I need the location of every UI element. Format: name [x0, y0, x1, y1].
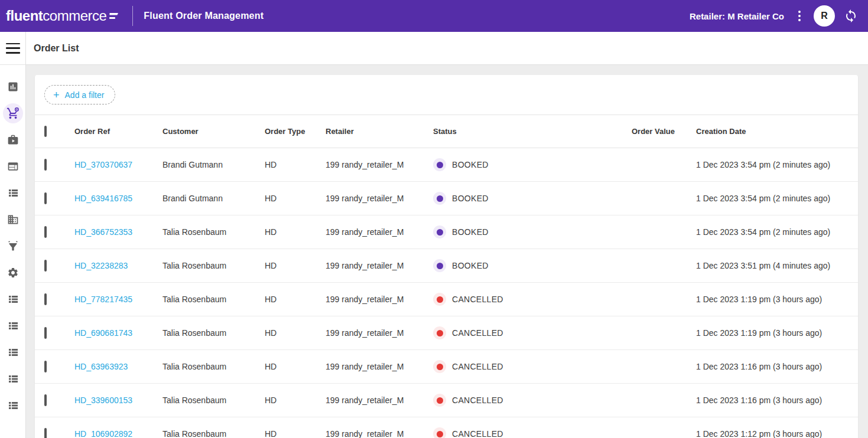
- retailer-cell: 199 randy_retailer_M: [326, 395, 433, 405]
- order-ref-link[interactable]: HD_639416785: [74, 194, 132, 203]
- row-checkbox[interactable]: [44, 226, 47, 238]
- add-filter-button[interactable]: + Add a filter: [44, 85, 115, 104]
- briefcase-play-icon: [7, 134, 19, 146]
- retailer-cell: 199 randy_retailer_M: [326, 429, 433, 438]
- creation-date-cell: 1 Dec 2023 1:19 pm (3 hours ago): [696, 328, 858, 338]
- order-ref-link[interactable]: HD_106902892: [74, 429, 132, 438]
- table-row: HD_690681743 Talia Rosenbaum HD 199 rand…: [35, 316, 858, 350]
- col-order-ref: Order Ref: [74, 127, 162, 136]
- row-checkbox[interactable]: [44, 327, 47, 339]
- status-label: CANCELLED: [452, 429, 503, 438]
- order-type-cell: HD: [265, 395, 326, 405]
- sidebar-item-dashboard[interactable]: [3, 73, 23, 100]
- filter-funnel-icon: [7, 240, 19, 252]
- page-title: Order List: [34, 43, 79, 54]
- row-checkbox[interactable]: [44, 159, 47, 171]
- sidebar-item-list-1[interactable]: [3, 179, 23, 206]
- customer-cell: Brandi Gutmann: [162, 194, 265, 203]
- creation-date-cell: 1 Dec 2023 1:12 pm (3 hours ago): [696, 429, 858, 438]
- row-checkbox[interactable]: [44, 394, 47, 406]
- avatar[interactable]: R: [814, 5, 835, 27]
- list-icon: [7, 187, 19, 199]
- status-dot: [433, 360, 446, 373]
- customer-cell: Brandi Gutmann: [162, 160, 265, 169]
- sidebar-item-list-2[interactable]: [3, 286, 23, 312]
- navbar-divider: [132, 6, 133, 26]
- sidebar-item-fulfilment[interactable]: [3, 126, 23, 153]
- sidebar-item-orders[interactable]: [3, 100, 23, 126]
- retailer-cell: 199 randy_retailer_M: [326, 295, 433, 304]
- brand-bold: fluent: [6, 8, 43, 24]
- menu-icon[interactable]: [6, 43, 20, 54]
- status-dot: [433, 326, 446, 339]
- creation-date-cell: 1 Dec 2023 1:16 pm (3 hours ago): [696, 395, 858, 405]
- sidebar-item-panels[interactable]: [3, 153, 23, 179]
- sidebar: [0, 32, 26, 438]
- status-dot: [433, 293, 446, 306]
- order-type-cell: HD: [265, 295, 326, 304]
- table-row: HD_339600153 Talia Rosenbaum HD 199 rand…: [35, 384, 858, 417]
- status-dot: [433, 427, 446, 438]
- bar-chart-icon: [7, 81, 19, 93]
- order-ref-link[interactable]: HD_63963923: [74, 362, 128, 371]
- col-customer: Customer: [162, 127, 265, 136]
- table-row: HD_366752353 Talia Rosenbaum HD 199 rand…: [35, 215, 858, 249]
- list-icon: [7, 293, 19, 305]
- status-label: CANCELLED: [452, 328, 503, 338]
- table-row: HD_106902892 Talia Rosenbaum HD 199 rand…: [35, 417, 858, 438]
- col-creation-date: Creation Date: [696, 127, 858, 136]
- list-icon: [7, 347, 19, 358]
- row-checkbox[interactable]: [44, 293, 47, 305]
- retailer-cell: 199 randy_retailer_M: [326, 160, 433, 169]
- fluent-logo-mark-icon: [109, 13, 118, 19]
- order-ref-link[interactable]: HD_366752353: [74, 227, 132, 237]
- creation-date-cell: 1 Dec 2023 3:54 pm (2 minutes ago): [696, 194, 858, 203]
- table-row: HD_63963923 Talia Rosenbaum HD 199 randy…: [35, 350, 858, 384]
- sidebar-item-settings[interactable]: [3, 259, 23, 286]
- status-label: BOOKED: [452, 227, 489, 237]
- customer-cell: Talia Rosenbaum: [162, 328, 265, 338]
- status-label: CANCELLED: [452, 295, 503, 304]
- building-icon: [7, 214, 19, 225]
- retailer-cell: 199 randy_retailer_M: [326, 227, 433, 237]
- col-order-type: Order Type: [265, 127, 326, 136]
- status-dot: [433, 225, 446, 238]
- sidebar-item-list-3[interactable]: [3, 312, 23, 339]
- plus-icon: +: [53, 90, 60, 100]
- sidebar-item-locations[interactable]: [3, 206, 23, 233]
- sidebar-item-filters[interactable]: [3, 233, 23, 259]
- sidebar-item-list-5[interactable]: [3, 365, 23, 392]
- order-ref-link[interactable]: HD_778217435: [74, 295, 132, 304]
- table-row: HD_32238283 Talia Rosenbaum HD 199 randy…: [35, 249, 858, 283]
- brand-light: commerce: [43, 8, 106, 24]
- fluent-commerce-logo[interactable]: fluentcommerce: [6, 8, 118, 24]
- order-ref-link[interactable]: HD_32238283: [74, 261, 128, 270]
- sidebar-item-list-6[interactable]: [3, 392, 23, 419]
- row-checkbox[interactable]: [44, 361, 47, 372]
- row-checkbox[interactable]: [44, 192, 47, 204]
- order-ref-link[interactable]: HD_690681743: [74, 328, 132, 338]
- order-ref-link[interactable]: HD_370370637: [74, 160, 132, 169]
- order-type-cell: HD: [265, 328, 326, 338]
- order-list-card: + Add a filter Order Ref Customer Order …: [35, 75, 858, 438]
- select-all-checkbox[interactable]: [44, 126, 47, 137]
- row-checkbox[interactable]: [44, 428, 47, 438]
- retailer-cell: 199 randy_retailer_M: [326, 328, 433, 338]
- creation-date-cell: 1 Dec 2023 3:51 pm (4 minutes ago): [696, 261, 858, 270]
- app-title: Fluent Order Management: [144, 11, 264, 21]
- refresh-icon[interactable]: [843, 8, 859, 24]
- col-order-value: Order Value: [632, 127, 696, 136]
- sidebar-item-list-4[interactable]: [3, 339, 23, 365]
- status-dot: [433, 394, 446, 407]
- status-label: CANCELLED: [452, 362, 503, 371]
- order-ref-link[interactable]: HD_339600153: [74, 395, 132, 405]
- order-type-cell: HD: [265, 194, 326, 203]
- customer-cell: Talia Rosenbaum: [162, 295, 265, 304]
- row-checkbox[interactable]: [44, 260, 47, 272]
- creation-date-cell: 1 Dec 2023 3:54 pm (2 minutes ago): [696, 160, 858, 169]
- kebab-menu-icon[interactable]: [792, 8, 807, 24]
- customer-cell: Talia Rosenbaum: [162, 395, 265, 405]
- status-dot: [433, 158, 446, 171]
- panel-icon: [7, 161, 19, 172]
- list-icon: [7, 320, 19, 332]
